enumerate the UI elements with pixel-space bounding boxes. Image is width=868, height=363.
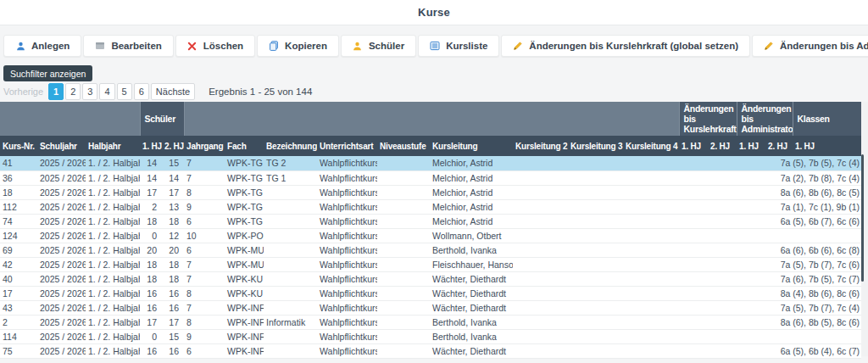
column-header-1-schuljahr[interactable]: Schuljahr [37,136,86,156]
cell [679,199,708,214]
cell [623,329,679,343]
cell: TG 1 [264,170,317,185]
cell: 18 [162,214,184,228]
table-row[interactable]: 742025 / 20261. / 2. Halbjahr18186WPK-TG… [0,214,861,228]
cell [377,185,430,199]
table-row[interactable]: 752025 / 20261. / 2. Halbjahr16166WPK-IN… [0,343,861,358]
pagination-page-2[interactable]: 2 [65,83,81,100]
cell [708,243,737,257]
column-header-18-1-hj[interactable]: 1. HJ [793,136,861,156]
table-row[interactable]: 1122025 / 20261. / 2. Halbjahr2139WPK-TG… [0,199,861,214]
column-header-4-2-hj[interactable]: 2. HJ [162,136,184,156]
person-add-icon [15,41,25,51]
column-header-0-kurs-nr[interactable]: Kurs-Nr. [0,136,37,156]
cell: 2025 / 2026 [37,156,86,170]
vertical-scrollbar[interactable] [861,102,868,356]
table-row[interactable]: 362025 / 20261. / 2. Halbjahr14147WPK-TG… [0,170,861,185]
toolbar-button-änderungen-bis-admin-global-setzen[interactable]: Änderungen bis Admin (global setzen) [752,35,868,57]
table-row[interactable]: 182025 / 20261. / 2. Halbjahr17178WPK-TG… [0,185,861,199]
column-header-14-1-hj[interactable]: 1. HJ [679,136,708,156]
cell [793,329,861,343]
column-header-3-1-hj[interactable]: 1. HJ [140,136,162,156]
cell: 2025 / 2026 [37,343,86,358]
cell: 2025 / 2026 [37,228,86,243]
cell: Fleischhauer, Hansotto [430,257,513,271]
cell: Wahlpflichtkurs [317,286,377,300]
group-schueler: Schüler [140,102,184,136]
cell [377,156,430,170]
show-search-filter-button[interactable]: Suchfilter anzeigen [3,65,92,81]
cell: Wächter, Diethardt [430,300,513,315]
toolbar-button-schüler[interactable]: Schüler [341,35,416,57]
cell: 6a (5), 6b (7), 6c (6) [793,214,861,228]
cell [264,185,317,199]
cell: 7 [184,271,225,286]
cell: 18 [0,185,37,199]
table-column-header-row: Kurs-Nr.SchuljahrHalbjahr1. HJ2. HJJahrg… [0,136,861,156]
cell: WPK-TG [225,185,264,199]
cell [679,257,708,271]
pagination-previous[interactable]: Vorherige [3,87,43,97]
vertical-scrollbar-thumb[interactable] [861,154,864,282]
column-header-15-2-hj[interactable]: 2. HJ [708,136,737,156]
toolbar-button-löschen[interactable]: Löschen [175,35,255,57]
pencil-yellow-icon [513,41,523,51]
column-header-8-unterrichtsart[interactable]: Unterrichtsart [317,136,377,156]
column-header-9-niveaustufe[interactable]: Niveaustufe [377,136,430,156]
column-header-2-halbjahr[interactable]: Halbjahr [86,136,140,156]
cell: Melchior, Astrid [430,214,513,228]
pagination-page-4[interactable]: 4 [99,83,114,100]
pagination-page-3[interactable]: 3 [82,83,97,100]
column-header-11-kursleitung-2[interactable]: Kursleitung 2 [513,136,568,156]
cell: 1. / 2. Halbjahr [86,199,140,214]
cell: 1. / 2. Halbjahr [86,170,140,185]
pagination-page-5[interactable]: 5 [117,83,132,100]
cell [377,214,430,228]
table-row[interactable]: 692025 / 20261. / 2. Halbjahr20206WPK-MU… [0,243,861,257]
column-header-7-bezeichnung[interactable]: Bezeichnung [264,136,317,156]
cell: 2025 / 2026 [37,170,86,185]
cell: Berthold, Ivanka [430,329,513,343]
pagination-next[interactable]: Nächste [151,83,195,100]
cell [377,199,430,214]
pagination-page-1[interactable]: 1 [48,83,64,100]
column-header-17-2-hj[interactable]: 2. HJ [765,136,793,156]
cell [377,315,430,329]
table-row[interactable]: 1142025 / 20261. / 2. Halbjahr0159WPK-IN… [0,329,861,343]
toolbar-button-kopieren[interactable]: Kopieren [257,35,339,57]
table-row[interactable]: 432025 / 20261. / 2. Halbjahr16167WPK-IN… [0,300,861,315]
cell [679,315,708,329]
column-header-5-jahrgang[interactable]: Jahrgang [184,136,225,156]
cell [513,343,568,358]
cell: Wahlpflichtkurs [317,315,377,329]
cell: Wahlpflichtkurs [317,329,377,343]
cell [708,170,737,185]
cell: Wahlpflichtkurs [317,243,377,257]
cell: 7 [184,170,225,185]
table-row[interactable]: 412025 / 20261. / 2. Halbjahr14157WPK-TG… [0,156,861,170]
cell: Wächter, Diethardt [430,271,513,286]
table-row[interactable]: 172025 / 20261. / 2. Halbjahr16168WPK-KU… [0,286,861,300]
table-row[interactable]: 422025 / 20261. / 2. Halbjahr18187WPK-MU… [0,257,861,271]
pagination-page-6[interactable]: 6 [134,83,149,100]
table-row[interactable]: 402025 / 20261. / 2. Halbjahr18187WPK-KU… [0,271,861,286]
cell [513,199,568,214]
column-header-16-1-hj[interactable]: 1. HJ [737,136,765,156]
toolbar-button-änderungen-bis-kurslehrkraft-global-setzen[interactable]: Änderungen bis Kurslehrkraft (global set… [501,35,750,57]
column-header-6-fach[interactable]: Fach [225,136,264,156]
toolbar-button-bearbeiten[interactable]: Bearbeiten [83,35,173,57]
column-header-10-kursleitung[interactable]: Kursleitung [430,136,513,156]
cell [513,300,568,315]
cell: WPK-INF [225,343,264,358]
column-header-13-kursleitung-4[interactable]: Kursleitung 4 [623,136,679,156]
toolbar-button-kursliste[interactable]: Kursliste [418,35,499,57]
cell: 20 [162,243,184,257]
toolbar-button-anlegen[interactable]: Anlegen [3,35,81,57]
table-row[interactable]: 22025 / 20261. / 2. Halbjahr17178WPK-INF… [0,315,861,329]
cell: Melchior, Astrid [430,170,513,185]
table-row[interactable]: 1242025 / 20261. / 2. Halbjahr01210WPK-P… [0,228,861,243]
cell [737,214,765,228]
cell [513,315,568,329]
cell: 14 [140,156,162,170]
column-header-12-kursleitung-3[interactable]: Kursleitung 3 [568,136,623,156]
